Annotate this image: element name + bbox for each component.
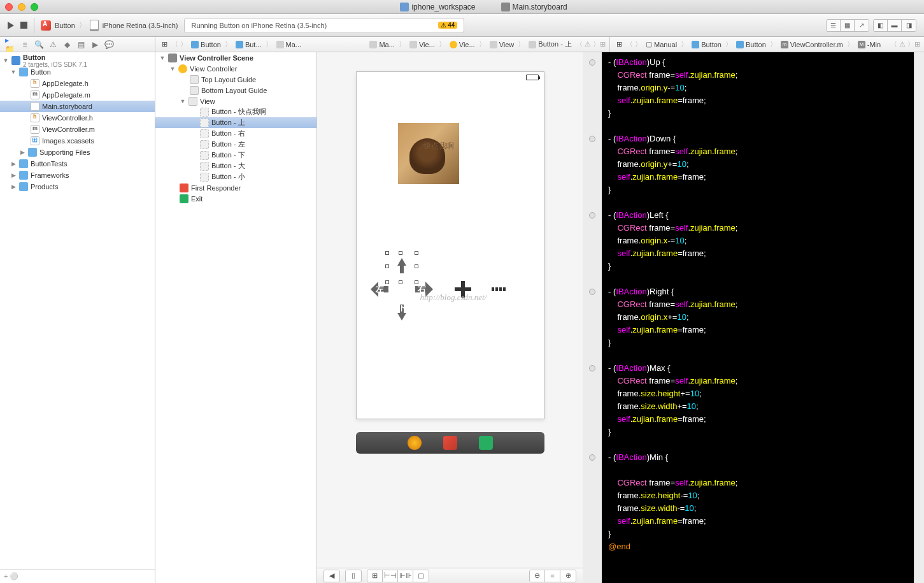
outline-toggle[interactable]: ◀ — [323, 570, 340, 582]
file-viewcontroller-h[interactable]: ViewController.h — [0, 112, 155, 124]
main-toolbar: Button 〉 iPhone Retina (3.5-inch) Runnin… — [0, 14, 924, 37]
outline-bottom-guide[interactable]: Bottom Layout Guide — [155, 85, 316, 96]
scheme-selector[interactable]: Button 〉 iPhone Retina (3.5-inch) — [41, 20, 178, 31]
svg-text:下: 下 — [397, 303, 406, 312]
outline-button-0[interactable]: Button - 快点我啊 — [155, 106, 316, 117]
stop-button[interactable] — [20, 22, 27, 29]
image-button-label: 快点我啊 — [423, 141, 454, 152]
folder-buttontests[interactable]: ▶ButtonTests — [0, 158, 155, 169]
folder-supporting[interactable]: ▶Supporting Files — [0, 147, 155, 158]
outline-vc[interactable]: ▼View Controller — [155, 63, 316, 74]
outline-button-1[interactable]: Button - 上 — [155, 117, 316, 128]
outline-button-3[interactable]: Button - 左 — [155, 139, 316, 150]
svg-rect-9 — [492, 287, 494, 291]
jump-bar-storyboard[interactable]: ⊞〈 〉 Button〉 But...〉 Ma... Ma...〉 Vie...… — [155, 37, 609, 52]
warning-badge[interactable]: ⚠ 44 — [438, 22, 457, 29]
outline-top-guide[interactable]: Top Layout Guide — [155, 74, 316, 85]
activity-viewer: Running Button on iPhone Retina (3.5-inc… — [184, 18, 464, 33]
button-left[interactable]: 左 — [369, 278, 391, 300]
navigator-filter[interactable]: + ⚪ — [0, 569, 155, 583]
outline-exit[interactable]: Exit — [155, 193, 316, 204]
file-images-xcassets[interactable]: Images.xcassets — [0, 135, 155, 147]
outline-button-4[interactable]: Button - 下 — [155, 150, 316, 161]
traffic-lights — [5, 3, 38, 11]
dock-vc-icon[interactable] — [408, 436, 422, 450]
window-titlebar: iphone_workspace Main.storyboard — [0, 0, 924, 14]
jump-bar-code[interactable]: ⊞〈 〉 ▢ Manual〉 Button〉 Button〉 mViewCont… — [609, 37, 924, 52]
log-nav-icon[interactable]: 💬 — [103, 39, 115, 50]
canvas-scroll-area[interactable]: 快点我啊 左 右 — [317, 52, 583, 568]
interface-builder-canvas: 快点我啊 左 右 — [317, 52, 583, 583]
search-nav-icon[interactable]: 🔍 — [33, 39, 45, 50]
button-up[interactable] — [391, 257, 413, 278]
file-appdelegate-m[interactable]: AppDelegate.m — [0, 89, 155, 101]
folder-button[interactable]: ▼Button — [0, 66, 155, 78]
issue-nav-icon[interactable]: ⚠ — [47, 39, 59, 50]
scene-dock[interactable] — [356, 432, 544, 454]
dock-exit-icon[interactable] — [479, 436, 493, 450]
symbol-nav-icon[interactable]: ≡ — [19, 39, 31, 50]
assistant-editor: - (IBAction)Up { CGRect frame=self.zujia… — [583, 52, 914, 583]
outline-scene[interactable]: ▼View Controller Scene — [155, 52, 316, 63]
svg-rect-11 — [499, 287, 502, 291]
outline-first-responder[interactable]: First Responder — [155, 182, 316, 193]
folder-products[interactable]: ▶Products — [0, 181, 155, 192]
outline-button-2[interactable]: Button - 右 — [155, 128, 316, 139]
minimize-window-button[interactable] — [18, 3, 25, 11]
file-viewcontroller-m[interactable]: ViewController.m — [0, 124, 155, 135]
zoom-window-button[interactable] — [31, 3, 38, 11]
editor-config-segment[interactable]: ☰▦↗ — [826, 19, 869, 32]
simulated-iphone[interactable]: 快点我啊 左 右 — [356, 71, 544, 419]
folder-frameworks[interactable]: ▶Frameworks — [0, 169, 155, 181]
image-button[interactable]: 快点我啊 — [398, 123, 459, 184]
outline-view[interactable]: ▼View — [155, 96, 316, 106]
project-navigator: ▼ Button2 targets, iOS SDK 7.1 ▼Button A… — [0, 52, 155, 583]
file-main-storyboard[interactable]: Main.storyboard — [0, 101, 155, 112]
svg-text:左: 左 — [375, 284, 384, 294]
test-nav-icon[interactable]: ◆ — [61, 39, 73, 50]
outline-button-6[interactable]: Button - 小 — [155, 171, 316, 182]
panel-toggle-segment[interactable]: ◧▬◨ — [873, 19, 916, 32]
svg-marker-0 — [397, 258, 406, 273]
navigation-row: ▸📁 ≡ 🔍 ⚠ ◆ ▤ ▶ 💬 ⊞〈 〉 Button〉 But...〉 Ma… — [0, 37, 924, 52]
canvas-bottom-bar: ◀ ▯ ⊞⊢⊣⊩⊪▢ ⊖=⊕ — [317, 568, 583, 583]
project-icon — [400, 3, 409, 11]
title-storyboard[interactable]: Main.storyboard — [501, 3, 567, 11]
outline-button-5[interactable]: Button - 大 — [155, 161, 316, 171]
run-button[interactable] — [8, 22, 14, 29]
document-outline: ▼View Controller Scene ▼View Controller … — [155, 52, 317, 583]
layout-buttons[interactable]: ⊞⊢⊣⊩⊪▢ — [367, 570, 429, 582]
button-down[interactable]: 下 — [391, 300, 413, 322]
svg-rect-10 — [495, 287, 498, 291]
project-nav-icon[interactable]: ▸📁 — [5, 39, 17, 50]
watermark-text: http://blog.csdn.net/ — [420, 292, 487, 303]
code-area[interactable]: - (IBAction)Up { CGRect frame=self.zujia… — [602, 52, 914, 583]
breakpoint-nav-icon[interactable]: ▶ — [89, 39, 101, 50]
battery-icon — [526, 75, 539, 80]
size-class-control[interactable]: ▯ — [345, 570, 362, 582]
close-window-button[interactable] — [5, 3, 13, 11]
file-appdelegate-h[interactable]: AppDelegate.h — [0, 78, 155, 89]
navigator-tabs[interactable]: ▸📁 ≡ 🔍 ⚠ ◆ ▤ ▶ 💬 — [0, 37, 155, 52]
svg-rect-8 — [455, 287, 471, 291]
storyboard-icon — [501, 3, 510, 11]
dock-first-responder-icon[interactable] — [443, 436, 457, 450]
debug-nav-icon[interactable]: ▤ — [75, 39, 87, 50]
svg-rect-12 — [503, 287, 506, 291]
button-minus[interactable] — [490, 278, 512, 300]
title-workspace[interactable]: iphone_workspace — [400, 3, 475, 11]
zoom-controls[interactable]: ⊖=⊕ — [529, 570, 576, 582]
app-icon — [41, 20, 51, 31]
editor-gutter[interactable] — [583, 52, 602, 583]
right-strip — [914, 52, 924, 583]
device-icon — [90, 20, 99, 31]
project-root[interactable]: ▼ Button2 targets, iOS SDK 7.1 — [0, 55, 155, 66]
